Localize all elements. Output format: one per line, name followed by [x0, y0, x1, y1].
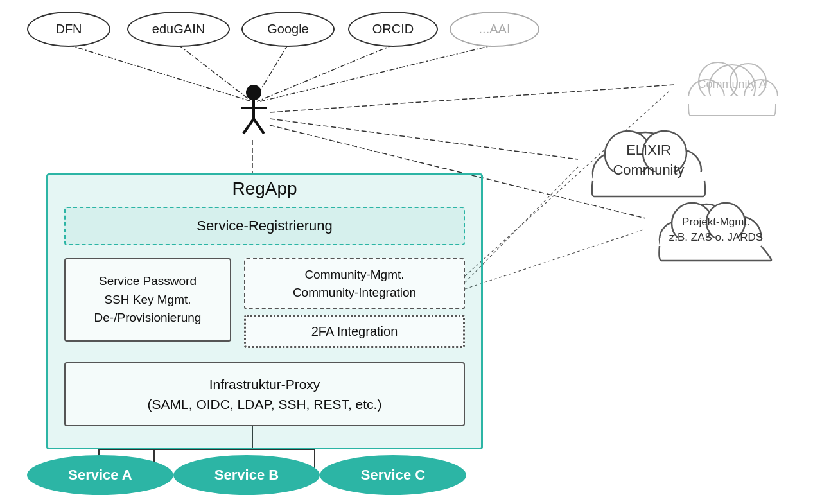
regapp-title: RegApp	[46, 173, 483, 199]
projekt-mgmt-cloud: Projekt-Mgmt.z.B. ZAS o. JARDS	[642, 191, 790, 268]
twofa-box: 2FA Integration	[244, 315, 465, 348]
service-c-ellipse: Service C	[320, 455, 466, 495]
idp-orcid: ORCID	[348, 12, 438, 47]
svg-line-6	[270, 119, 578, 159]
service-a-ellipse: Service A	[27, 455, 173, 495]
idp-edugain: eduGAIN	[127, 12, 230, 47]
service-b-ellipse: Service B	[173, 455, 320, 495]
svg-line-21	[254, 119, 264, 134]
idp-dfn: DFN	[27, 12, 110, 47]
idp-google: Google	[241, 12, 335, 47]
svg-line-3	[257, 45, 393, 101]
svg-line-7	[270, 85, 674, 112]
idp-aai: ...AAI	[450, 12, 539, 47]
infrastruktur-proxy-box: Infrastruktur-Proxy(SAML, OIDC, LDAP, SS…	[64, 362, 465, 426]
svg-line-0	[69, 45, 252, 101]
service-registrierung-box: Service-Registrierung	[64, 207, 465, 245]
community-mgmt-box: Community-Mgmt.Community-Integration	[244, 258, 465, 309]
svg-line-11	[465, 230, 643, 289]
svg-point-17	[246, 85, 261, 100]
service-password-box: Service PasswordSSH Key Mgmt.De-/Provisi…	[64, 258, 231, 342]
community-a-cloud: Community A	[668, 46, 796, 123]
user-person-icon	[234, 83, 273, 143]
svg-line-20	[243, 119, 254, 134]
svg-line-4	[260, 45, 494, 101]
diagram-container: DFN eduGAIN Google ORCID ...AAI RegApp S…	[0, 0, 822, 504]
